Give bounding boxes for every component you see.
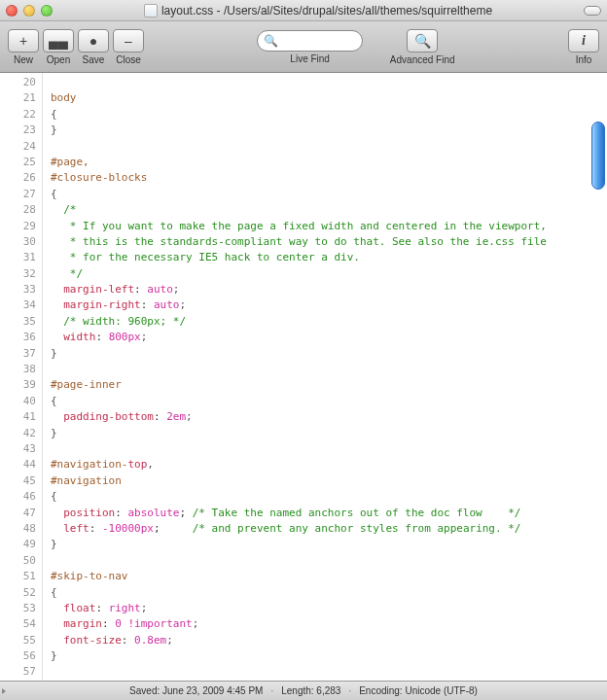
code-line[interactable]: margin-left: auto; [51, 282, 607, 298]
line-number: 38 [0, 362, 36, 377]
line-number: 35 [0, 314, 36, 330]
code-line[interactable]: /* width: 960px; */ [51, 314, 607, 330]
code-line[interactable]: { [51, 187, 607, 202]
code-line[interactable]: position: absolute; /* Take the named an… [51, 506, 607, 521]
code-line[interactable]: } [51, 537, 607, 552]
code-line[interactable]: { [51, 489, 607, 505]
dot-icon: ● [89, 33, 97, 49]
info-icon: i [582, 33, 586, 49]
line-number: 23 [0, 122, 36, 138]
line-number: 52 [0, 585, 36, 601]
code-line[interactable]: margin-right: auto; [51, 298, 607, 313]
line-number: 48 [0, 521, 36, 537]
search-icon: 🔍 [264, 34, 278, 48]
document-icon [144, 4, 158, 18]
close-button[interactable]: – [113, 29, 144, 52]
status-encoding: Encoding: Unicode (UTF-8) [355, 685, 482, 696]
code-line[interactable]: } [51, 346, 607, 362]
code-line[interactable]: * If you want to make the page a fixed w… [51, 219, 607, 234]
folder-icon: ▄▄ [49, 33, 68, 49]
line-number: 50 [0, 553, 36, 569]
code-line[interactable]: width: 800px; [51, 330, 607, 345]
code-line[interactable]: } [51, 648, 607, 664]
code-line[interactable] [51, 362, 607, 377]
open-button[interactable]: ▄▄ [43, 29, 74, 52]
code-line[interactable]: { [51, 585, 607, 601]
line-number: 43 [0, 441, 36, 457]
code-line[interactable]: body [51, 90, 607, 106]
minimize-window-button[interactable] [23, 5, 35, 17]
window-title: layout.css - /Users/al/Sites/drupal/site… [53, 4, 584, 18]
line-gutter[interactable]: 2021222324252627282930313233343536373839… [0, 73, 43, 681]
code-line[interactable]: float: right; [51, 601, 607, 616]
code-line[interactable]: } [51, 122, 607, 138]
code-line[interactable] [51, 139, 607, 155]
line-number: 40 [0, 394, 36, 409]
new-label: New [14, 54, 33, 65]
code-line[interactable]: * this is the standards-compliant way to… [51, 234, 607, 250]
code-line[interactable]: #navigation-top, [51, 457, 607, 472]
new-button[interactable]: + [8, 29, 39, 52]
line-number: 30 [0, 234, 36, 250]
code-line[interactable]: #closure-blocks [51, 170, 607, 186]
advanced-find-label: Advanced Find [390, 54, 455, 65]
advanced-find-button[interactable]: 🔍 [407, 29, 438, 52]
open-label: Open [47, 54, 70, 65]
line-number: 33 [0, 282, 36, 298]
scrollbar-thumb[interactable] [591, 122, 605, 190]
code-line[interactable]: * for the necessary IE5 hack to center a… [51, 250, 607, 265]
minus-icon: – [125, 33, 132, 49]
line-number: 31 [0, 250, 36, 265]
titlebar: layout.css - /Users/al/Sites/drupal/site… [0, 0, 607, 21]
line-number: 56 [0, 648, 36, 664]
window-title-text: layout.css - /Users/al/Sites/drupal/site… [161, 4, 492, 18]
info-button[interactable]: i [568, 29, 599, 52]
line-number: 36 [0, 330, 36, 345]
code-line[interactable]: font-size: 0.8em; [51, 633, 607, 648]
save-button[interactable]: ● [78, 29, 109, 52]
code-line[interactable]: margin: 0 !important; [51, 616, 607, 632]
code-line[interactable]: /* [51, 202, 607, 218]
line-number: 53 [0, 601, 36, 616]
magnifier-icon: 🔍 [414, 33, 431, 49]
code-line[interactable]: } [51, 426, 607, 441]
line-number: 20 [0, 75, 36, 90]
code-line[interactable] [51, 441, 607, 457]
line-number: 41 [0, 409, 36, 425]
line-number: 57 [0, 664, 36, 680]
line-number: 54 [0, 616, 36, 632]
code-line[interactable]: #skip-to-nav [51, 569, 607, 584]
line-number: 49 [0, 537, 36, 552]
line-number: 45 [0, 473, 36, 489]
line-number: 37 [0, 346, 36, 362]
line-number: 22 [0, 107, 36, 122]
line-number: 25 [0, 155, 36, 170]
toolbar: +New ▄▄Open ●Save –Close 🔍 Live Find 🔍Ad… [0, 21, 607, 73]
code-line[interactable]: #page-inner [51, 377, 607, 393]
zoom-window-button[interactable] [41, 5, 53, 17]
code-line[interactable]: */ [51, 266, 607, 282]
status-bar: Saved: June 23, 2009 4:45 PM · Length: 6… [0, 681, 607, 700]
code-line[interactable]: left: -10000px; /* and prevent any ancho… [51, 521, 607, 537]
line-number: 28 [0, 202, 36, 218]
code-line[interactable]: padding-bottom: 2em; [51, 409, 607, 425]
code-area[interactable]: body{}#page,#closure-blocks{ /* * If you… [43, 73, 607, 681]
code-line[interactable]: { [51, 107, 607, 122]
disclosure-icon[interactable] [2, 688, 14, 694]
code-line[interactable] [51, 553, 607, 569]
info-label: Info [576, 54, 592, 65]
code-line[interactable]: { [51, 394, 607, 409]
close-window-button[interactable] [6, 5, 18, 17]
code-line[interactable] [51, 664, 607, 680]
plus-icon: + [19, 33, 27, 49]
code-line[interactable]: #navigation [51, 473, 607, 489]
live-find: 🔍 Live Find [257, 30, 362, 64]
toolbar-pill-button[interactable] [584, 6, 601, 16]
code-line[interactable]: #page, [51, 155, 607, 170]
code-line[interactable] [51, 75, 607, 90]
line-number: 27 [0, 187, 36, 202]
toolbar-group: +New ▄▄Open ●Save –Close [8, 29, 144, 65]
status-saved: Saved: June 23, 2009 4:45 PM [125, 685, 267, 696]
line-number: 29 [0, 219, 36, 234]
line-number: 46 [0, 489, 36, 505]
